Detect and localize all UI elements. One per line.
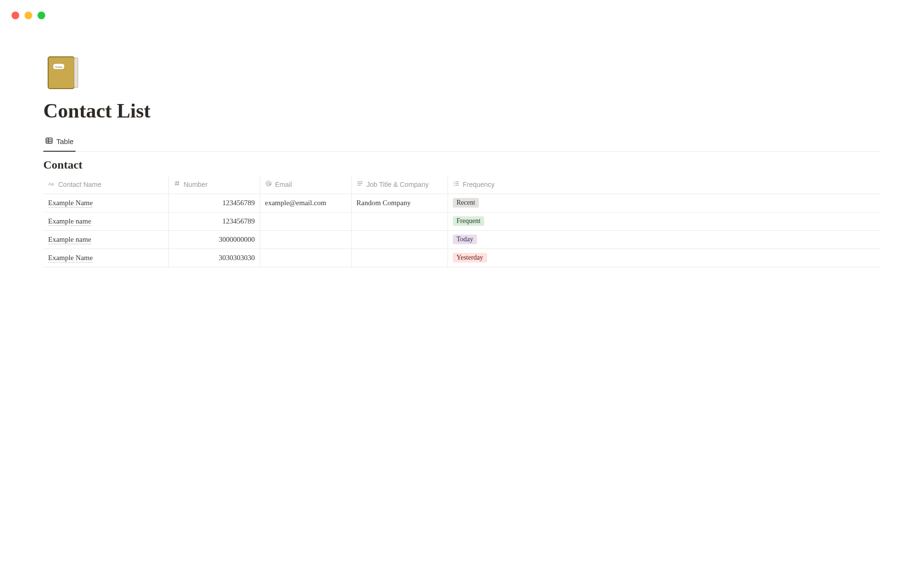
page-container: Notes Contact List Table Contact xyxy=(43,53,881,267)
column-label: Frequency xyxy=(463,181,495,188)
cell-frequency[interactable]: Yesterday xyxy=(448,249,881,267)
frequency-tag: Recent xyxy=(453,198,479,208)
svg-rect-0 xyxy=(48,57,74,89)
svg-point-20 xyxy=(453,183,454,184)
column-header-email[interactable]: Email xyxy=(260,175,351,194)
cell-email[interactable] xyxy=(260,230,351,249)
maximize-icon[interactable] xyxy=(38,12,45,19)
svg-point-14 xyxy=(268,183,270,184)
text-property-icon xyxy=(357,180,363,188)
number-property-icon xyxy=(174,180,180,188)
table-row[interactable]: Example Name 123456789 example@email.com… xyxy=(43,194,881,212)
cell-job[interactable] xyxy=(351,212,448,230)
cell-job[interactable] xyxy=(351,230,448,249)
contacts-table: Aa Contact Name Number xyxy=(43,175,881,267)
tab-label: Table xyxy=(56,137,74,145)
cell-frequency[interactable]: Today xyxy=(448,230,881,249)
column-header-number[interactable]: Number xyxy=(168,175,260,194)
cell-contact-name[interactable]: Example Name xyxy=(43,249,168,267)
email-property-icon xyxy=(265,180,272,188)
table-row[interactable]: Example name 3000000000 Today xyxy=(43,230,881,249)
tab-table[interactable]: Table xyxy=(43,134,76,152)
cell-number[interactable]: 3000000000 xyxy=(168,230,260,249)
column-header-frequency[interactable]: Frequency xyxy=(448,175,881,194)
svg-text:Aa: Aa xyxy=(48,181,54,186)
svg-line-12 xyxy=(178,181,178,186)
svg-rect-23 xyxy=(455,185,459,185)
svg-rect-1 xyxy=(74,58,78,88)
column-label: Number xyxy=(184,181,208,188)
database-title[interactable]: Contact xyxy=(43,158,881,171)
window-traffic-lights xyxy=(12,12,45,19)
notebook-icon[interactable]: Notes xyxy=(43,53,82,92)
cell-email[interactable] xyxy=(260,212,351,230)
cell-job[interactable] xyxy=(351,249,448,267)
frequency-tag: Yesterday xyxy=(453,253,487,263)
svg-point-13 xyxy=(266,181,271,186)
minimize-icon[interactable] xyxy=(25,12,32,19)
frequency-tag: Frequent xyxy=(453,216,485,226)
svg-line-11 xyxy=(175,181,176,186)
svg-point-22 xyxy=(453,185,454,186)
cell-contact-name[interactable]: Example Name xyxy=(43,194,168,212)
cell-number[interactable]: 123456789 xyxy=(168,212,260,230)
svg-text:Notes: Notes xyxy=(55,66,63,68)
cell-email[interactable] xyxy=(260,249,351,267)
column-label: Contact Name xyxy=(58,181,101,188)
svg-rect-21 xyxy=(455,184,459,184)
page-title[interactable]: Contact List xyxy=(43,99,881,122)
view-tabs: Table xyxy=(43,134,881,152)
cell-contact-name[interactable]: Example name xyxy=(43,230,168,249)
column-header-name[interactable]: Aa Contact Name xyxy=(43,175,168,194)
table-header-row: Aa Contact Name Number xyxy=(43,175,881,194)
table-icon xyxy=(45,137,53,146)
column-label: Email xyxy=(275,181,292,188)
cell-contact-name[interactable]: Example name xyxy=(43,212,168,230)
cell-number[interactable]: 123456789 xyxy=(168,194,260,212)
column-label: Job Title & Company xyxy=(367,181,429,188)
cell-number[interactable]: 3030303030 xyxy=(168,249,260,267)
cell-frequency[interactable]: Frequent xyxy=(448,212,881,230)
svg-rect-19 xyxy=(455,182,459,182)
close-icon[interactable] xyxy=(12,12,19,19)
title-property-icon: Aa xyxy=(48,180,55,188)
column-header-job[interactable]: Job Title & Company xyxy=(351,175,448,194)
cell-email[interactable]: example@email.com xyxy=(260,194,351,212)
frequency-tag: Today xyxy=(453,235,477,244)
cell-frequency[interactable]: Recent xyxy=(448,194,881,212)
svg-rect-4 xyxy=(46,138,52,144)
cell-job[interactable]: Random Company xyxy=(351,194,448,212)
svg-point-18 xyxy=(453,182,454,183)
table-row[interactable]: Example Name 3030303030 Yesterday xyxy=(43,249,881,267)
table-row[interactable]: Example name 123456789 Frequent xyxy=(43,212,881,230)
select-property-icon xyxy=(453,180,460,188)
